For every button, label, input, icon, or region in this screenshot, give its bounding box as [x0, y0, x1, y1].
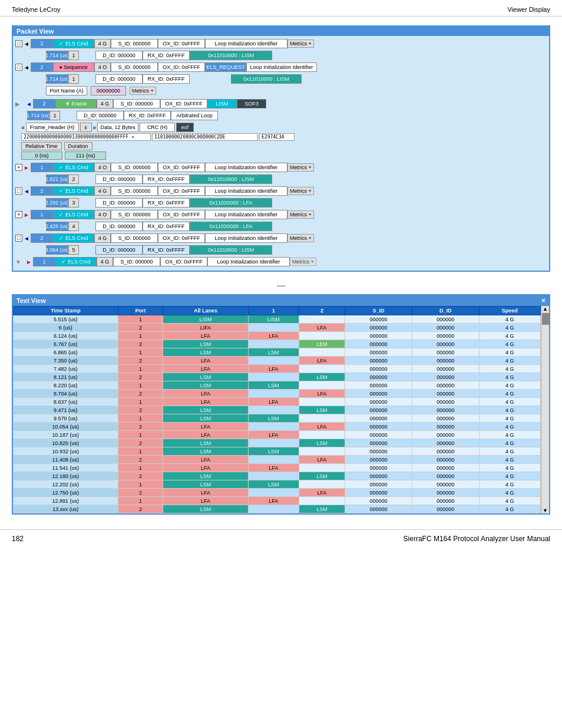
expand-1[interactable]: □ [15, 40, 22, 47]
pkt-seq-7: 2 [31, 233, 53, 243]
metrics-btn-4[interactable]: Metrics + [287, 163, 314, 172]
cell-sid: 000000 [345, 365, 412, 373]
pkt-num-2: 1 [68, 74, 79, 84]
cell-did: 000000 [412, 381, 479, 390]
cell-timestamp: 12.202 (us) [14, 480, 118, 489]
pkt-cmd-2: ♦ Sequence [53, 62, 94, 72]
metrics-btn-portname[interactable]: Metrics + [130, 87, 156, 95]
pkt-subdesc-7: 0x11010000 : LISM [190, 245, 272, 255]
expand-fh[interactable]: ± [80, 123, 92, 132]
cell-port: 1 [118, 332, 163, 340]
pkt-sid-5: S_ID: 000000 [111, 186, 158, 196]
pkt-did-1: D_ID: 000000 [95, 51, 143, 60]
cell-timestamp: 8.704 (us) [14, 390, 118, 398]
hex-data-1: 220000000000000001390000000000000FFFF » [21, 133, 151, 141]
pkt-cmd-6: ✓ ELS Cmd [53, 210, 94, 219]
cell-all-lanes: LFA [163, 390, 248, 398]
th-all-lanes: All Lanes [163, 307, 248, 315]
table-row: 9.570 (us) 1 LSM LSM 000000 000000 4 G [14, 414, 541, 423]
pkt-time-5: 2.292 (us) [46, 198, 68, 207]
expand-7[interactable]: □ [15, 235, 22, 242]
metrics-btn-8[interactable]: Metrics + [290, 258, 316, 266]
cell-did: 000000 [412, 472, 479, 480]
cell-col1 [248, 505, 299, 513]
pkt-num-3: 1 [49, 111, 60, 120]
arrow-left-5: ◄ [24, 188, 29, 195]
cell-port: 2 [118, 357, 163, 365]
cell-sid: 000000 [345, 357, 412, 365]
table-row: 11.408 (us) 2 LFA LFA 000000 000000 4 G [14, 456, 541, 464]
cell-col2 [299, 332, 345, 340]
cell-all-lanes: LSM [163, 447, 248, 456]
pkt-rxid-7: RX_ID: 0xFFFF [143, 245, 190, 255]
cell-all-lanes: LSM [163, 373, 248, 381]
th-sid: S_ID [345, 307, 412, 315]
scroll-thumb[interactable] [542, 313, 549, 325]
cell-sid: 000000 [345, 406, 412, 414]
cell-timestamp: 8.637 (us) [14, 398, 118, 406]
cell-col1 [248, 340, 299, 348]
cell-all-lanes: LSM [163, 348, 248, 357]
cell-timestamp: 5.515 (us) [14, 315, 118, 324]
scrollbar[interactable]: ▲ ▼ [541, 306, 549, 513]
cell-port: 2 [118, 423, 163, 431]
th-col2: 2 [299, 307, 345, 315]
pkt-did-3: D_ID: 000000 [77, 111, 124, 120]
section-title: Viewer Display [507, 6, 550, 13]
cell-col1 [248, 357, 299, 365]
pkt-subdesc-6: 0x11020000 : LFA [190, 222, 272, 231]
metrics-btn-7[interactable]: Metrics + [287, 234, 314, 242]
cell-sid: 000000 [345, 332, 412, 340]
pkt-row-2b: 1.714 (us) 1 D_ID: 000000 RX_ID: 0xFFFF … [46, 74, 547, 84]
cell-sid: 000000 [345, 480, 412, 489]
cell-did: 000000 [412, 480, 479, 489]
cell-col1: LFA [248, 398, 299, 406]
cell-timestamp: 13.xxx (us) [14, 505, 118, 513]
cell-col1 [248, 489, 299, 497]
cell-timestamp: 10.187 (us) [14, 431, 118, 439]
cell-col1: LFA [248, 464, 299, 472]
cell-col2: LSM [299, 505, 345, 513]
doc-title: SierraFC M164 Protocol Analyzer User Man… [404, 535, 550, 543]
cell-timestamp: 10.054 (us) [14, 423, 118, 431]
scroll-down[interactable]: ▼ [543, 508, 548, 513]
pkt-seq-8: 1 [33, 257, 55, 266]
expand-5[interactable]: □ [15, 187, 22, 195]
cell-col1: LSM [248, 480, 299, 489]
close-button[interactable]: × [541, 297, 546, 305]
table-row: 8.704 (us) 2 LFA LFA 000000 000000 4 G [14, 390, 541, 398]
pkt-speed-5: 4 G [94, 186, 111, 196]
cell-col1 [248, 456, 299, 464]
cell-port: 2 [118, 456, 163, 464]
cell-port: 2 [118, 472, 163, 480]
cell-sid: 000000 [345, 381, 412, 390]
table-row: 6.865 (us) 1 LSM LSM 000000 000000 4 G [14, 348, 541, 357]
expand-6[interactable]: + [15, 211, 22, 218]
metrics-btn-5[interactable]: Metrics + [287, 187, 314, 195]
cell-timestamp: 6.767 (us) [14, 340, 118, 348]
expand-2[interactable]: □ [15, 64, 22, 71]
cell-timestamp: 12.750 (us) [14, 489, 118, 497]
cell-sid: 000000 [345, 447, 412, 456]
pkt-seq-3: 2 [33, 99, 55, 108]
scroll-up[interactable]: ▲ [543, 306, 548, 312]
cell-speed: 4 G [479, 381, 540, 390]
cell-speed: 4 G [479, 340, 540, 348]
divider-handle[interactable]: ━━━ [12, 284, 550, 288]
metrics-btn-6[interactable]: Metrics + [287, 210, 314, 219]
cell-port: 2 [118, 505, 163, 513]
pkt-did-7: D_ID: 000000 [95, 245, 143, 255]
cell-col2: LFA [299, 357, 345, 365]
tree-icon-3: ▶ [15, 101, 26, 107]
table-row: 12.180 (us) 2 LSM LSM 000000 000000 4 G [14, 472, 541, 480]
cell-col2 [299, 447, 345, 456]
cell-timestamp: 6.865 (us) [14, 348, 118, 357]
pkt-cmd-5: ✓ ELS Cmd [53, 186, 94, 196]
pkt-time-4: 1.821 (us) [46, 174, 68, 184]
cell-speed: 4 G [479, 398, 540, 406]
pkt-sof-3: SOF3 [237, 99, 266, 108]
cell-col2: LFA [299, 456, 345, 464]
expand-4[interactable]: + [15, 164, 22, 171]
cell-col2 [299, 348, 345, 357]
metrics-btn-1[interactable]: Metrics + [287, 39, 314, 48]
